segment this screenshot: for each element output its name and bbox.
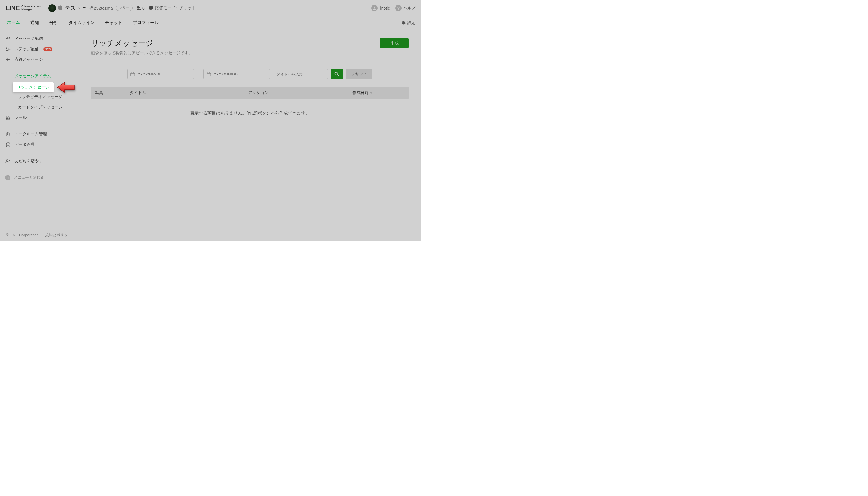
new-badge: NEW [43, 47, 52, 51]
svg-rect-9 [6, 133, 9, 136]
help-icon: ? [395, 5, 401, 11]
add-box-icon [5, 74, 11, 78]
svg-rect-13 [131, 73, 135, 76]
reply-icon [5, 58, 11, 62]
sort-desc-icon [370, 92, 372, 94]
page-header: リッチメッセージ 画像を使って視覚的にアピールできるメッセージです。 作成 [91, 38, 409, 56]
svg-point-12 [7, 159, 9, 161]
brand-subtitle: Official Account Manager [21, 5, 41, 11]
search-button[interactable] [331, 69, 343, 79]
nav-chat[interactable]: チャット [104, 16, 124, 29]
svg-point-15 [335, 72, 338, 75]
svg-point-11 [6, 142, 10, 144]
date-from-field[interactable] [138, 72, 191, 76]
title-filter-input[interactable] [273, 69, 328, 79]
table-header: 写真 タイトル アクション 作成日時 [91, 87, 409, 99]
follower-count: 0 [137, 6, 144, 11]
date-to-input[interactable] [203, 69, 270, 79]
header-right: linotie ? ヘルプ [371, 5, 415, 11]
empty-state: 表示する項目はありません。[作成]ボタンから作成できます。 [91, 99, 409, 127]
sidebar-sub-card-type[interactable]: カードタイプメッセージ [15, 102, 75, 112]
account-name: テスト [65, 4, 86, 12]
create-button[interactable]: 作成 [380, 38, 409, 48]
talkroom-icon [5, 132, 11, 137]
footer: © LINE Corporation 規約とポリシー [0, 229, 421, 241]
th-title: タイトル [130, 90, 248, 95]
sidebar-item-data[interactable]: データ管理 [3, 139, 75, 150]
svg-point-1 [6, 47, 7, 49]
chat-bubble-icon [149, 6, 153, 10]
svg-rect-5 [6, 116, 7, 117]
main-nav: ホーム 通知 分析 タイムライン チャット プロフィール 設定 [0, 16, 421, 30]
shield-icon [58, 5, 62, 11]
svg-point-3 [9, 49, 11, 50]
sidebar-separator [3, 68, 75, 68]
th-photo: 写真 [95, 90, 130, 95]
main-content: リッチメッセージ 画像を使って視覚的にアピールできるメッセージです。 作成 ~ [78, 30, 421, 229]
sidebar: メッセージ配信 ステップ配信 NEW 応答メッセージ メッセージアイテム リッチ… [0, 30, 78, 229]
nav-timeline[interactable]: タイムライン [67, 16, 96, 29]
svg-rect-10 [7, 132, 10, 135]
sidebar-item-gain-friends[interactable]: 友だちを増やす [3, 156, 75, 166]
th-action: アクション [248, 90, 352, 95]
nav-analytics[interactable]: 分析 [48, 16, 59, 29]
date-to-field[interactable] [214, 72, 267, 76]
user-avatar-icon [371, 5, 378, 11]
nav-notifications[interactable]: 通知 [29, 16, 40, 29]
response-mode: 応答モード : チャット [149, 5, 196, 11]
plan-badge: フリー [116, 5, 133, 11]
sidebar-item-step[interactable]: ステップ配信 NEW [3, 44, 75, 55]
brand: LINE Official Account Manager [6, 4, 41, 12]
sidebar-item-auto-response[interactable]: 応答メッセージ [3, 55, 75, 65]
database-icon [5, 142, 11, 147]
nav-home[interactable]: ホーム [6, 16, 21, 30]
footer-copyright: © LINE Corporation [6, 233, 39, 237]
page-description: 画像を使って視覚的にアピールできるメッセージです。 [91, 51, 193, 56]
highlight-rich-message[interactable]: リッチメッセージ [13, 82, 54, 92]
account-avatar [48, 4, 56, 12]
account-switcher[interactable]: テスト [48, 4, 86, 12]
search-icon [334, 72, 339, 76]
svg-rect-14 [207, 73, 210, 76]
reset-button[interactable]: リセット [346, 69, 372, 79]
account-id: @232tezma [89, 5, 113, 11]
sidebar-collapse[interactable]: メニューを閉じる [3, 172, 75, 183]
user-menu[interactable]: linotie [371, 5, 390, 11]
th-created[interactable]: 作成日時 [352, 90, 405, 95]
sidebar-item-message-items[interactable]: メッセージアイテム [3, 71, 75, 81]
date-range-separator: ~ [197, 72, 200, 76]
sidebar-sub-rich-video[interactable]: リッチビデオメッセージ [15, 92, 75, 102]
sidebar-separator [3, 169, 75, 170]
svg-point-0 [8, 38, 9, 39]
sidebar-item-talkroom[interactable]: トークルーム管理 [3, 129, 75, 139]
brand-logo-text: LINE [6, 4, 20, 12]
chevron-down-icon [82, 6, 86, 10]
calendar-icon [207, 72, 211, 76]
svg-rect-6 [9, 116, 10, 117]
username: linotie [379, 6, 390, 11]
filter-row: ~ リセット [91, 69, 409, 79]
nav-settings[interactable]: 設定 [401, 20, 415, 26]
svg-rect-7 [6, 118, 7, 120]
footer-policy-link[interactable]: 規約とポリシー [45, 233, 72, 238]
people-icon [137, 6, 141, 10]
nav-profile[interactable]: プロフィール [132, 16, 160, 29]
help-link[interactable]: ? ヘルプ [395, 5, 415, 11]
date-from-input[interactable] [127, 69, 194, 79]
gear-icon [401, 20, 406, 25]
broadcast-icon [5, 36, 11, 41]
divider [91, 63, 409, 63]
svg-rect-8 [9, 118, 10, 120]
sidebar-separator [3, 126, 75, 126]
annotation-arrow-icon [57, 81, 75, 93]
app-header: LINE Official Account Manager テスト @232te… [0, 0, 421, 16]
page-title: リッチメッセージ [91, 38, 193, 48]
calendar-icon [131, 72, 135, 76]
svg-point-2 [6, 50, 7, 51]
chevron-left-icon [5, 175, 11, 180]
step-icon [5, 47, 11, 51]
sidebar-item-broadcast[interactable]: メッセージ配信 [3, 33, 75, 44]
sidebar-item-tools[interactable]: ツール [3, 112, 75, 123]
add-friend-icon [5, 159, 11, 164]
tools-icon [5, 115, 11, 120]
